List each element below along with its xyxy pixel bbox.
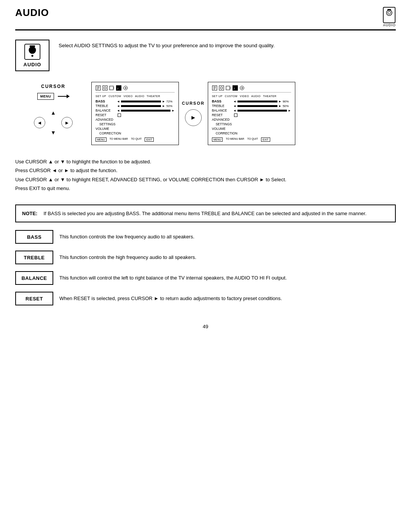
header-icon-area: AUDIO	[383, 7, 396, 27]
instruction-4: Press EXIT to quit menu.	[15, 184, 396, 193]
screen2-bass-pct: 90%	[283, 100, 291, 103]
treble-desc: This function controls the high frequenc…	[59, 251, 196, 261]
screen2-menubar-labels: SET UP CUSTOM VIDEO AUDIO THEATER	[212, 95, 291, 97]
svg-marker-21	[113, 87, 114, 89]
cursor-left-area: CURSOR MENU ▲ ◄ ► ▼	[15, 84, 91, 143]
theater-icon2: ✦	[239, 85, 245, 91]
screen1-footer-menu-text: TO MENU BAR	[110, 137, 128, 142]
screen1-treble-row: TREBLE ◄ ► 50%	[96, 104, 175, 108]
screen2-treble-pct: 50%	[283, 104, 291, 108]
audio-icon-menu: ♪	[116, 85, 121, 91]
dpad: ▲ ◄ ► ▼	[33, 102, 74, 143]
screen2-settings-label: SETTINGS	[212, 122, 232, 126]
bass-key: BASS	[15, 230, 53, 244]
screen2-footer-quit-text: TO QUIT	[247, 137, 258, 142]
screen2-balance-row: BALANCE ◄ ►	[212, 109, 291, 112]
screen1-footer: MENU TO MENU BAR TO QUIT EXIT	[96, 137, 175, 142]
feature-reset-row: RESET When RESET is selected, press CURS…	[15, 292, 396, 305]
setup-icon	[96, 85, 101, 91]
screen2-settings-row: SETTINGS	[212, 122, 291, 126]
note-box: NOTE: If BASS is selected you are adjust…	[15, 204, 396, 223]
audio-icon-menu2: ♪	[233, 85, 238, 91]
screen2-reset-row: RESET	[212, 113, 291, 117]
screen1-reset-label: RESET	[96, 113, 115, 117]
instruction-1: Use CURSOR ▲ or ▼ to highlight the funct…	[15, 157, 396, 166]
screen1-treble-label: TREBLE	[96, 104, 115, 108]
screen1-bass-slider: ◄ ► 72%	[117, 100, 175, 103]
screen2-reset-checkbox	[234, 113, 237, 117]
speaker-icon	[383, 7, 396, 23]
screen1-correction-label: CORRECTION	[96, 131, 121, 135]
screen2-footer: MENU TO MENU BAR TO QUIT EXIT	[212, 137, 291, 142]
svg-point-19	[104, 87, 106, 89]
note-text: If BASS is selected you are adjusting BA…	[43, 210, 366, 217]
screen1-bass-pct: 72%	[166, 100, 175, 103]
instruction-3: Use CURSOR ▲ or ▼ to highlight RESET, AD…	[15, 175, 396, 184]
screen1-balance-label: BALANCE	[96, 109, 115, 112]
svg-point-9	[32, 50, 33, 51]
instructions-section: Use CURSOR ▲ or ▼ to highlight the funct…	[0, 145, 411, 193]
diagram-section: CURSOR MENU ▲ ◄ ► ▼	[0, 71, 411, 145]
screen1-correction-row: CORRECTION	[96, 131, 175, 135]
screen2-footer-menu-btn: MENU	[212, 137, 223, 142]
page-number: 49	[0, 312, 411, 333]
svg-text:♪: ♪	[117, 86, 119, 90]
video-icon2	[226, 85, 231, 91]
screen2-correction-label: CORRECTION	[212, 131, 237, 135]
cursor-left-label: CURSOR	[41, 84, 65, 89]
balance-key: BALANCE	[15, 271, 53, 285]
screen2-volume-row: VOLUME	[212, 127, 291, 131]
treble-key: TREBLE	[15, 251, 53, 264]
svg-rect-29	[219, 86, 224, 90]
intro-section: AUDIO Select AUDIO SETTINGS to adjust th…	[0, 30, 411, 71]
screen2-reset-label: RESET	[212, 113, 232, 117]
svg-point-30	[220, 87, 223, 89]
screen1-volume-label: VOLUME	[96, 127, 115, 131]
balance-desc: This function will control the left to r…	[59, 271, 287, 282]
feature-bass-row: BASS This function controls the low freq…	[15, 230, 396, 244]
remote-group: MENU ▲ ◄ ► ▼	[33, 93, 74, 143]
screen1-footer-exit-btn: EXIT	[145, 137, 154, 142]
audio-box-label: AUDIO	[24, 62, 41, 67]
svg-point-12	[32, 56, 33, 56]
header-icon-label: AUDIO	[383, 23, 396, 27]
screen1-balance-slider: ◄ ►	[117, 109, 175, 112]
screen1-reset-row: RESET	[96, 113, 175, 117]
audio-icon-box: AUDIO	[15, 40, 49, 71]
screen2-menubar: ♪ ✦	[212, 85, 291, 93]
page-title: AUDIO	[15, 7, 49, 19]
video-icon	[109, 85, 115, 91]
svg-text:✦: ✦	[124, 86, 127, 90]
screen2-bass-label: BASS	[212, 99, 232, 103]
page-header: AUDIO AUDIO	[0, 0, 411, 27]
screen2-correction-row: CORRECTION	[212, 131, 291, 135]
dpad-right: ►	[60, 116, 74, 129]
svg-text:♪: ♪	[233, 86, 235, 90]
screen1-menubar: ♪ ✦	[96, 85, 175, 93]
screen1-volume-row: VOLUME	[96, 127, 175, 131]
screen2-treble-row: TREBLE ◄ ► 50%	[212, 104, 291, 108]
screen2-advanced-label: ADVANCED	[212, 118, 232, 121]
screen1-treble-slider: ◄ ► 50%	[117, 104, 175, 108]
screen1-bass-row: BASS ◄ ► 72%	[96, 99, 175, 103]
dpad-up: ▲	[46, 102, 60, 116]
cursor-right-arrow: ►	[185, 109, 202, 126]
arrow-to-screen	[58, 96, 69, 97]
screen2-treble-slider: ◄ ► 50%	[233, 104, 291, 108]
screen1-reset-checkbox	[118, 113, 121, 117]
audio-speaker-icon	[24, 43, 41, 60]
screen1-footer-quit-text: TO QUIT	[131, 137, 142, 142]
menu-button: MENU	[37, 93, 54, 100]
screen1-footer-menu-btn: MENU	[96, 137, 107, 142]
screen2-balance-label: BALANCE	[212, 109, 232, 112]
intro-text: Select AUDIO SETTINGS to adjust the TV t…	[59, 40, 275, 50]
feature-treble-row: TREBLE This function controls the high f…	[15, 251, 396, 264]
reset-desc: When RESET is selected, press CURSOR ► t…	[59, 292, 282, 302]
feature-rows: BASS This function controls the low freq…	[0, 222, 411, 305]
screen2-footer-exit-btn: EXIT	[261, 137, 270, 142]
screen1: ♪ ✦ SET UP CUSTOM VIDEO AUDIO THEATER BA…	[91, 82, 179, 145]
screen2-advanced-row: ADVANCED	[212, 118, 291, 121]
dpad-left: ◄	[33, 116, 46, 129]
screen2-bass-row: BASS ◄ ► 90%	[212, 99, 291, 103]
screen2-volume-label: VOLUME	[212, 127, 232, 131]
